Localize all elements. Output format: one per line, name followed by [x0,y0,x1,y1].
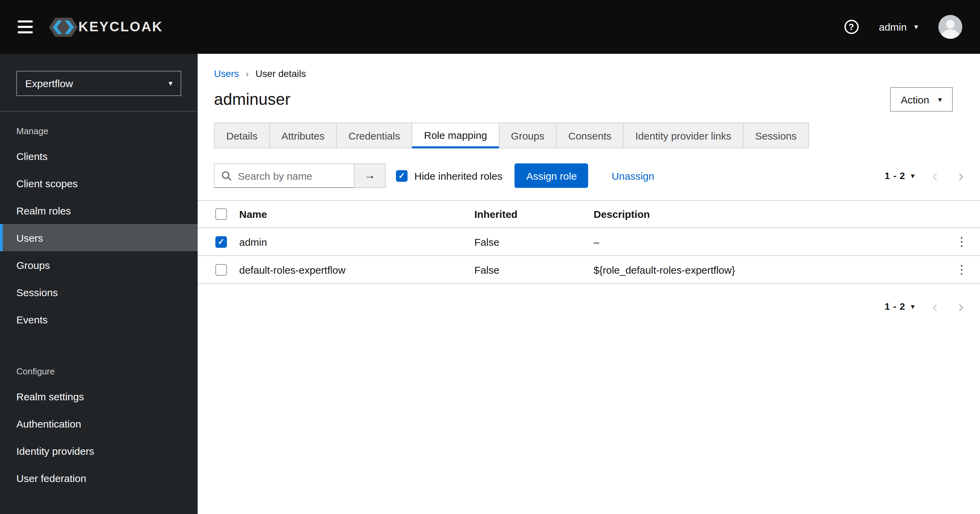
tab-credentials[interactable]: Credentials [336,122,412,148]
row-checkbox-cell: ✓ [197,264,239,275]
masthead: KEYCLOAK ? admin ▾ [0,0,980,54]
action-dropdown-button[interactable]: Action ▾ [890,87,953,112]
sidebar-item-realm-settings[interactable]: Realm settings [0,382,197,410]
tab-groups[interactable]: Groups [498,122,557,148]
nav-section-title: Configure [0,360,197,382]
action-label: Action [901,94,929,105]
assign-role-button[interactable]: Assign role [515,163,589,188]
tab-consents[interactable]: Consents [556,122,624,148]
brand-name: KEYCLOAK [78,19,163,35]
keycloak-admin-console: KEYCLOAK ? admin ▾ Expertflow ▾ [0,0,980,514]
table-row: ✓ admin False – ⋮ [197,228,980,256]
nav-toggle-button[interactable] [18,21,33,33]
main-content: Users › User details adminuser Action ▾ … [197,54,980,514]
pagination-dropdown[interactable]: 1 - 2 ▾ [885,301,915,312]
next-page-button[interactable]: › [958,298,964,314]
current-realm: Expertflow [25,78,73,89]
breadcrumb-current: User details [256,68,306,79]
previous-page-button[interactable]: ‹ [932,168,938,184]
hide-inherited-checkbox[interactable]: ✓ [396,170,407,181]
row-checkbox-cell: ✓ [197,236,239,247]
chevron-down-icon: ▾ [914,23,918,31]
table-header-row: ✓ Name Inherited Description [197,200,980,228]
breadcrumb-link-users[interactable]: Users [214,68,239,79]
chevron-down-icon: ▾ [911,302,915,311]
nav-section-configure: Configure Realm settings Authentication … [0,352,197,492]
column-header-name: Name [239,208,474,220]
user-menu[interactable]: admin ▾ [879,21,918,33]
pagination-range: 1 - 2 [885,301,905,312]
column-header-description: Description [593,208,943,220]
tab-details[interactable]: Details [214,122,270,148]
row-checkbox[interactable]: ✓ [215,236,227,247]
select-all-checkbox[interactable]: ✓ [215,208,227,220]
pagination-top: 1 - 2 ▾ ‹ › [885,168,964,184]
tab-identity-provider-links[interactable]: Identity provider links [623,122,744,148]
sidebar-item-users[interactable]: Users [0,224,197,251]
role-description: ${role_default-roles-expertflow} [593,264,943,275]
role-inherited: False [474,264,593,275]
keycloak-logo: KEYCLOAK [49,17,163,36]
sidebar-item-events[interactable]: Events [0,306,197,333]
hide-inherited-roles-group: ✓ Hide inherited roles [396,170,503,181]
search-group: → [214,163,386,188]
kebab-menu-icon[interactable]: ⋮ [951,262,972,277]
pagination-nav: ‹ › [932,298,964,314]
pagination-dropdown[interactable]: 1 - 2 ▾ [885,170,915,181]
column-header-inherited: Inherited [474,208,593,220]
pagination-range: 1 - 2 [885,170,905,181]
search-submit-button[interactable]: → [355,163,386,188]
role-inherited: False [474,236,593,247]
sidebar-item-identity-providers[interactable]: Identity providers [0,437,197,464]
hide-inherited-label: Hide inherited roles [414,170,503,181]
keycloak-logo-icon [49,17,78,36]
previous-page-button[interactable]: ‹ [932,298,938,314]
sidebar-item-realm-roles[interactable]: Realm roles [0,197,197,224]
username: admin [879,21,907,33]
tab-attributes[interactable]: Attributes [269,122,337,148]
sidebar: Expertflow ▾ Manage Clients Client scope… [0,54,197,514]
sidebar-item-groups[interactable]: Groups [0,251,197,278]
pagination-bottom: 1 - 2 ▾ ‹ › [885,298,964,314]
role-name: admin [239,236,474,247]
page-title: adminuser [214,90,290,109]
unassign-link[interactable]: Unassign [612,170,654,181]
search-input[interactable] [238,170,347,181]
masthead-right: ? admin ▾ [844,15,962,39]
tab-sessions[interactable]: Sessions [743,122,809,148]
table-row: ✓ default-roles-expertflow False ${role_… [197,256,980,284]
role-name: default-roles-expertflow [239,264,474,275]
kebab-menu-icon[interactable]: ⋮ [951,234,972,249]
sidebar-item-user-federation[interactable]: User federation [0,464,197,492]
row-checkbox[interactable]: ✓ [215,264,227,275]
tab-role-mapping[interactable]: Role mapping [412,122,499,148]
check-icon: ✓ [218,238,224,246]
sidebar-item-sessions[interactable]: Sessions [0,278,197,306]
chevron-down-icon: ▾ [169,80,172,87]
row-actions-cell: ⋮ [943,262,980,277]
search-icon [221,171,232,181]
check-icon: ✓ [398,171,405,180]
sidebar-item-authentication[interactable]: Authentication [0,410,197,437]
pagination-nav: ‹ › [932,168,964,184]
sidebar-item-clients[interactable]: Clients [0,142,197,170]
header-checkbox-cell: ✓ [197,208,239,220]
sidebar-item-client-scopes[interactable]: Client scopes [0,170,197,197]
tabs: Details Attributes Credentials Role mapp… [197,122,980,148]
avatar[interactable] [939,15,962,39]
question-mark-glyph: ? [848,22,854,32]
next-page-button[interactable]: › [958,168,964,184]
chevron-down-icon: ▾ [911,171,915,180]
arrow-right-icon: → [364,169,375,182]
role-mapping-toolbar: → ✓ Hide inherited roles Assign role Una… [197,148,980,200]
role-description: – [593,236,943,247]
nav-section-title: Manage [0,120,197,142]
pagination-bottom-container: 1 - 2 ▾ ‹ › [197,284,980,329]
row-actions-cell: ⋮ [943,234,980,249]
breadcrumb: Users › User details [197,54,980,79]
chevron-down-icon: ▾ [938,96,942,103]
nav-section-manage: Manage Clients Client scopes Realm roles… [0,112,197,333]
breadcrumb-separator-icon: › [246,68,249,79]
realm-selector[interactable]: Expertflow ▾ [16,71,181,96]
help-icon[interactable]: ? [844,20,858,34]
